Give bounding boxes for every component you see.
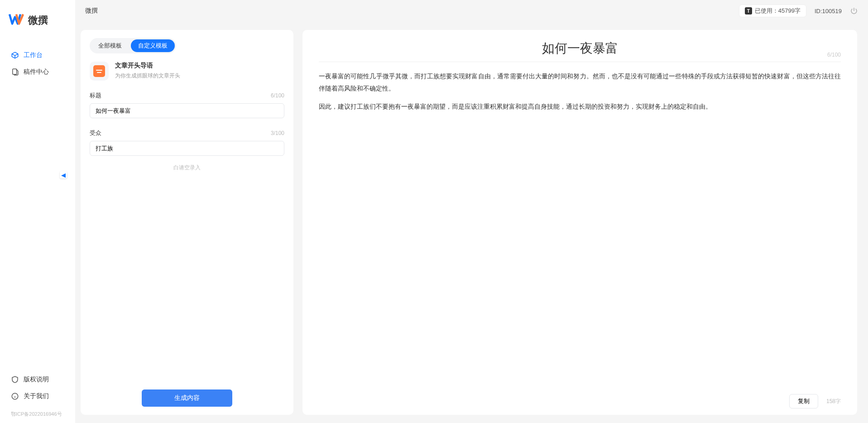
output-body: 一夜暴富的可能性几乎微乎其微，而打工族想要实现财富自由，通常需要付出大量的时间和… <box>319 70 841 394</box>
template-tabs: 全部模板 自定义模板 <box>90 38 176 53</box>
field-label: 标题 <box>90 91 101 100</box>
field-char-count: 3/100 <box>271 130 284 136</box>
input-panel: 全部模板 自定义模板 文章开头导语 为你生成抓眼球的文章开头 标题 6/ <box>81 30 293 415</box>
usage-text: 已使用：45799字 <box>755 7 801 15</box>
tab-custom-templates[interactable]: 自定义模板 <box>131 39 175 52</box>
svg-rect-1 <box>13 69 17 74</box>
divider <box>319 62 841 62</box>
brand-name: 微撰 <box>28 14 48 27</box>
usage-badge[interactable]: T 已使用：45799字 <box>739 5 806 17</box>
sidebar-item-workspace[interactable]: 工作台 <box>0 48 75 63</box>
template-icon <box>90 62 109 81</box>
field-title: 标题 6/100 <box>90 91 284 118</box>
shield-icon <box>11 375 19 384</box>
field-char-count: 6/100 <box>271 92 284 99</box>
audience-input[interactable] <box>90 141 284 156</box>
output-title: 如何一夜暴富 <box>542 41 618 55</box>
sidebar-item-label: 版权说明 <box>24 375 49 384</box>
generate-button[interactable]: 生成内容 <box>142 389 232 407</box>
page-title: 微撰 <box>85 7 98 15</box>
sidebar-item-label: 稿件中心 <box>24 68 49 76</box>
title-input[interactable] <box>90 103 284 118</box>
article-icon <box>93 65 105 77</box>
output-paragraph: 因此，建议打工族们不要抱有一夜暴富的期望，而是应该注重积累财富和提高自身技能，通… <box>319 101 841 113</box>
sidebar-footer: 版权说明 关于我们 鄂ICP备2022016946号 <box>0 370 75 423</box>
sidebar-item-about[interactable]: 关于我们 <box>0 389 75 404</box>
template-name: 文章开头导语 <box>115 62 180 70</box>
output-title-count: 6/100 <box>827 52 841 58</box>
chevron-left-icon: ◀ <box>61 172 66 178</box>
copy-button[interactable]: 复制 <box>789 394 818 409</box>
sidebar-item-label: 工作台 <box>24 51 43 59</box>
topbar: 微撰 T 已使用：45799字 ID:100519 <box>75 0 868 22</box>
template-header: 文章开头导语 为你生成抓眼球的文章开头 <box>90 62 284 81</box>
document-icon <box>11 68 19 76</box>
sidebar-item-label: 关于我们 <box>24 392 49 400</box>
empty-hint: 白请空录入 <box>90 164 284 172</box>
sidebar-collapse-handle[interactable]: ◀ <box>60 171 67 178</box>
template-desc: 为你生成抓眼球的文章开头 <box>115 72 180 80</box>
cube-icon <box>11 51 19 59</box>
info-icon <box>11 392 19 400</box>
field-label: 受众 <box>90 129 101 137</box>
power-icon[interactable] <box>850 7 858 15</box>
user-id: ID:100519 <box>815 8 842 14</box>
brand-logo: 微撰 <box>0 0 75 46</box>
icp-text: 鄂ICP备2022016946号 <box>0 405 75 418</box>
sidebar: 微撰 工作台 稿件中心 版权说明 <box>0 0 75 423</box>
tab-all-templates[interactable]: 全部模板 <box>91 39 129 52</box>
sidebar-item-drafts[interactable]: 稿件中心 <box>0 64 75 80</box>
word-count: 158字 <box>826 398 841 405</box>
field-audience: 受众 3/100 <box>90 129 284 156</box>
output-paragraph: 一夜暴富的可能性几乎微乎其微，而打工族想要实现财富自由，通常需要付出大量的时间和… <box>319 70 841 94</box>
main: 微撰 T 已使用：45799字 ID:100519 全部模板 自定义模板 <box>75 0 868 423</box>
logo-icon <box>8 11 24 30</box>
sidebar-nav: 工作台 稿件中心 <box>0 46 75 370</box>
sidebar-item-copyright[interactable]: 版权说明 <box>0 372 75 387</box>
text-icon: T <box>745 7 752 14</box>
output-panel: 如何一夜暴富 6/100 一夜暴富的可能性几乎微乎其微，而打工族想要实现财富自由… <box>302 30 857 415</box>
